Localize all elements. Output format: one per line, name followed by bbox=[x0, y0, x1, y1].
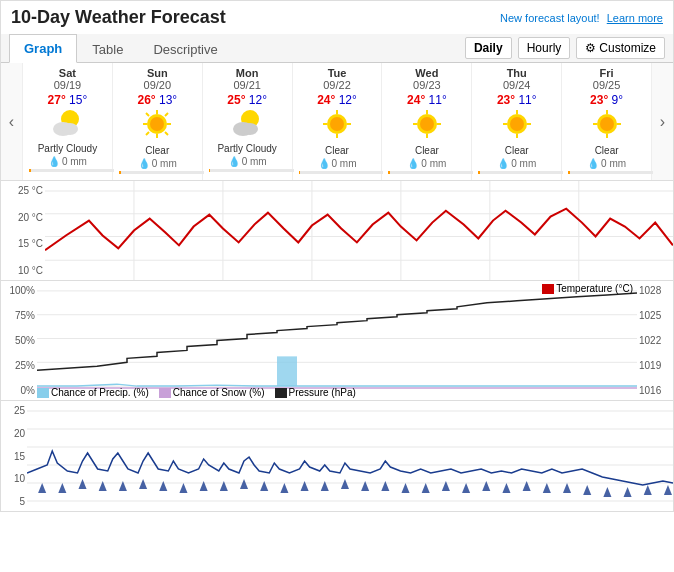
tab-table[interactable]: Table bbox=[77, 35, 138, 63]
new-layout-notice: New forecast layout! Learn more bbox=[500, 11, 663, 25]
precip-icon-1: 💧 bbox=[138, 158, 150, 169]
precip-y-axis-right: 1028 1025 1022 1019 1016 bbox=[637, 281, 673, 400]
svg-point-29 bbox=[510, 117, 524, 131]
daily-button[interactable]: Daily bbox=[465, 37, 512, 59]
day-col-5: Thu 09/24 23° 11° Clear 💧 0 mm bbox=[472, 63, 562, 180]
precip-bar-4 bbox=[388, 171, 473, 174]
precip-icon-5: 💧 bbox=[497, 158, 509, 169]
svg-marker-93 bbox=[664, 485, 672, 495]
weather-forecast-page: 10-Day Weather Forecast New forecast lay… bbox=[0, 0, 674, 512]
temp-y-axis: 25 °C 20 °C 15 °C 10 °C bbox=[1, 181, 45, 280]
svg-point-23 bbox=[420, 117, 434, 131]
svg-point-15 bbox=[242, 123, 258, 135]
weather-icon-2 bbox=[205, 109, 290, 141]
svg-marker-72 bbox=[240, 479, 248, 489]
weather-icon-5 bbox=[474, 109, 559, 143]
header: 10-Day Weather Forecast New forecast lay… bbox=[1, 1, 673, 34]
wind-chart-container: 25 20 15 10 5 bbox=[1, 401, 673, 511]
legend-color-pressure bbox=[275, 388, 287, 398]
precip-icon-0: 💧 bbox=[48, 156, 60, 167]
svg-marker-81 bbox=[422, 483, 430, 493]
svg-marker-80 bbox=[401, 483, 409, 493]
precip-bar-0 bbox=[29, 169, 114, 172]
svg-marker-77 bbox=[341, 479, 349, 489]
precip-icon-4: 💧 bbox=[407, 158, 419, 169]
forecast-grid: ‹ Sat 09/19 27° 15° Partly Cloudy 💧 0 mm bbox=[1, 63, 673, 181]
tab-graph[interactable]: Graph bbox=[9, 34, 77, 63]
svg-marker-89 bbox=[583, 485, 591, 495]
wind-chart bbox=[27, 401, 673, 511]
precip-icon-3: 💧 bbox=[318, 158, 330, 169]
svg-marker-74 bbox=[280, 483, 288, 493]
day-col-2: Mon 09/21 25° 12° Partly Cloudy 💧 0 mm bbox=[203, 63, 293, 180]
weather-icon-4 bbox=[384, 109, 469, 143]
day-col-3: Tue 09/22 24° 12° Clear 💧 0 mm bbox=[293, 63, 383, 180]
precip-bar-1 bbox=[119, 171, 204, 174]
hourly-button[interactable]: Hourly bbox=[518, 37, 571, 59]
svg-marker-90 bbox=[603, 487, 611, 497]
svg-line-9 bbox=[146, 113, 149, 116]
svg-marker-64 bbox=[78, 479, 86, 489]
svg-marker-91 bbox=[624, 487, 632, 497]
svg-marker-85 bbox=[502, 483, 510, 493]
svg-marker-83 bbox=[462, 483, 470, 493]
svg-point-4 bbox=[150, 117, 164, 131]
svg-line-12 bbox=[146, 132, 149, 135]
svg-marker-67 bbox=[139, 479, 147, 489]
svg-point-2 bbox=[62, 123, 78, 135]
next-arrow[interactable]: › bbox=[651, 63, 673, 180]
svg-marker-63 bbox=[58, 483, 66, 493]
customize-button[interactable]: ⚙ Customize bbox=[576, 37, 665, 59]
legend-snow: Chance of Snow (%) bbox=[159, 387, 265, 398]
precip-pressure-chart bbox=[37, 281, 637, 400]
temperature-chart-container: 25 °C 20 °C 15 °C 10 °C bbox=[1, 181, 673, 281]
svg-marker-92 bbox=[644, 485, 652, 495]
precip-bar-5 bbox=[478, 171, 563, 174]
svg-marker-88 bbox=[563, 483, 571, 493]
chart-legend-bottom: Chance of Precip. (%) Chance of Snow (%)… bbox=[37, 387, 356, 398]
svg-line-10 bbox=[165, 132, 168, 135]
svg-point-35 bbox=[600, 117, 614, 131]
svg-line-11 bbox=[165, 113, 168, 116]
weather-icon-3 bbox=[295, 109, 380, 143]
new-layout-link[interactable]: New forecast layout! Learn more bbox=[500, 12, 663, 24]
tab-descriptive[interactable]: Descriptive bbox=[138, 35, 232, 63]
day-col-1: Sun 09/20 26° 13° Clear 💧 0 mm bbox=[113, 63, 203, 180]
temperature-line-chart bbox=[45, 181, 673, 280]
legend-precip: Chance of Precip. (%) bbox=[37, 387, 149, 398]
legend-pressure: Pressure (hPa) bbox=[275, 387, 356, 398]
day-col-0: Sat 09/19 27° 15° Partly Cloudy 💧 0 mm bbox=[23, 63, 113, 180]
weather-icon-1 bbox=[115, 109, 200, 143]
precip-bar-6 bbox=[568, 171, 653, 174]
legend-color-precip bbox=[37, 388, 49, 398]
svg-rect-55 bbox=[277, 356, 297, 386]
svg-point-17 bbox=[330, 117, 344, 131]
day-col-6: Fri 09/25 23° 9° Clear 💧 0 mm bbox=[562, 63, 651, 180]
legend-color-temperature bbox=[542, 284, 554, 294]
wind-y-axis: 25 20 15 10 5 bbox=[1, 401, 27, 511]
page-title: 10-Day Weather Forecast bbox=[11, 7, 226, 28]
svg-marker-62 bbox=[38, 483, 46, 493]
day-col-4: Wed 09/23 24° 11° Clear 💧 0 mm bbox=[382, 63, 472, 180]
precip-bar-2 bbox=[209, 169, 294, 172]
svg-marker-69 bbox=[179, 483, 187, 493]
precip-y-axis-left: 100% 75% 50% 25% 0% bbox=[1, 281, 37, 400]
prev-arrow[interactable]: ‹ bbox=[1, 63, 23, 180]
tab-bar: Graph Table Descriptive Daily Hourly ⚙ C… bbox=[1, 34, 673, 63]
precip-icon-2: 💧 bbox=[228, 156, 240, 167]
weather-icon-6 bbox=[564, 109, 649, 143]
weather-icon-0 bbox=[25, 109, 110, 141]
svg-marker-87 bbox=[543, 483, 551, 493]
chart-legend: Temperature (°C) bbox=[542, 283, 633, 294]
view-controls: Daily Hourly ⚙ Customize bbox=[465, 37, 665, 59]
precip-pressure-chart-container: Temperature (°C) 100% 75% 50% 25% 0% 102… bbox=[1, 281, 673, 401]
precip-bar-3 bbox=[299, 171, 384, 174]
legend-color-snow bbox=[159, 388, 171, 398]
precip-icon-6: 💧 bbox=[587, 158, 599, 169]
day-columns: Sat 09/19 27° 15° Partly Cloudy 💧 0 mm bbox=[23, 63, 651, 180]
gear-icon: ⚙ bbox=[585, 41, 596, 55]
legend-temperature: Temperature (°C) bbox=[542, 283, 633, 294]
